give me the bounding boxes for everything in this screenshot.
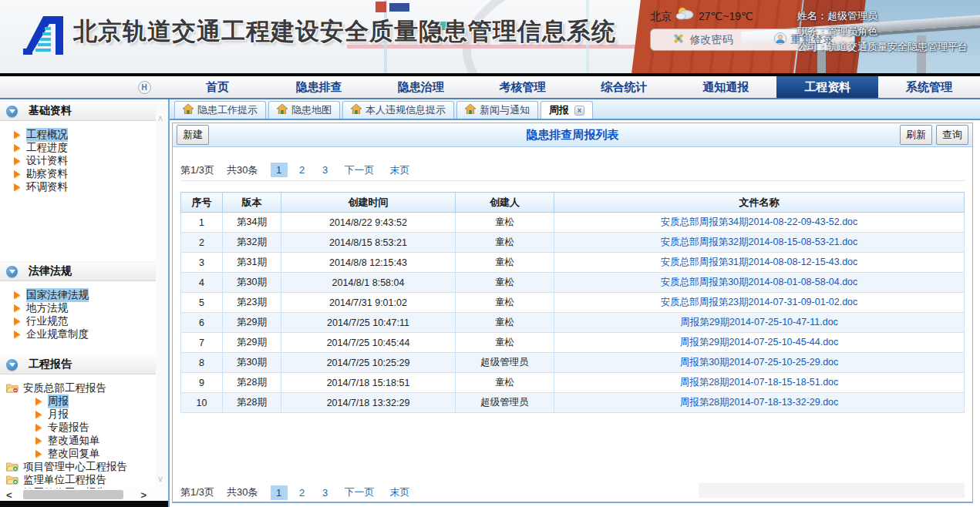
doc-link[interactable]: 周报第28期2014-07-18-13-32-29.doc (680, 397, 839, 408)
tab-3[interactable]: 本人违规信息提示 (342, 101, 454, 119)
new-button[interactable]: 新建 (177, 125, 209, 145)
nav-item-2[interactable]: 隐患排查 (268, 76, 370, 98)
sidebar-section-header[interactable]: 法律法规 (0, 261, 168, 281)
query-button[interactable]: 查询 (936, 125, 968, 145)
doc-link[interactable]: 安质总部周报第31期2014-08-08-12-15-43.doc (661, 257, 858, 267)
sidebar-section-title: 基础资料 (29, 104, 72, 118)
sidebar-item-label: 环调资料 (26, 180, 68, 194)
sidebar-item-label: 专题报告 (48, 421, 89, 435)
scroll-right-icon[interactable]: > (140, 489, 146, 501)
user-role: 管理员角色 (827, 25, 877, 37)
page-number-3[interactable]: 3 (317, 163, 334, 177)
sidebar-item[interactable]: 整改通知单 (35, 434, 168, 447)
close-icon[interactable]: × (574, 106, 584, 116)
page-number-2[interactable]: 2 (294, 485, 311, 500)
nav-spacer (0, 76, 122, 98)
column-header[interactable]: 创建人 (456, 193, 554, 213)
main-area: 基础资料工程概况工程进度设计资料勘察资料环调资料法律法规国家法律法规地方法规行业… (0, 99, 980, 507)
sidebar-section-header[interactable]: 基础资料 (0, 101, 168, 121)
page-info: 第1/3页 (180, 485, 214, 499)
doc-link[interactable]: 安质总部周报第23期2014-07-31-09-01-02.doc (661, 297, 858, 307)
sidebar-item[interactable]: 工程概况 (14, 128, 168, 141)
sidebar-item[interactable]: 专题报告 (35, 421, 168, 434)
page-number-1[interactable]: 1 (271, 485, 288, 500)
tab-5[interactable]: 周报× (541, 101, 593, 119)
refresh-button[interactable]: 刷新 (900, 125, 932, 145)
sidebar-item-label: 企业规章制度 (26, 327, 89, 341)
sidebar-item[interactable]: 工程进度 (14, 141, 168, 154)
nav-item-5[interactable]: 综合统计 (574, 76, 675, 98)
nav-item-1[interactable]: 首页 (167, 76, 268, 98)
sidebar-item[interactable]: 安质总部工程报告 (6, 381, 168, 395)
orange-arrow-icon (35, 411, 42, 418)
tab-1[interactable]: 隐患工作提示 (174, 101, 266, 119)
column-header[interactable]: 版本 (223, 193, 281, 213)
sidebar-vertical-scrollbar[interactable]: ∧ ∨ (156, 107, 168, 487)
page-number-2[interactable]: 2 (294, 163, 311, 177)
sidebar-item[interactable]: 企业规章制度 (14, 327, 168, 341)
content-area: 隐患工作提示隐患地图本人违规信息提示新闻与通知周报× 新建 隐患排查周报列表 刷… (168, 99, 980, 507)
app-title: 北京轨道交通工程建设安全质量隐患管理信息系统 (73, 15, 616, 48)
metro-sign-decoration (375, 2, 386, 12)
next-page-link[interactable]: 下一页 (340, 162, 379, 179)
grid-horizontal-scrollbar[interactable] (699, 483, 965, 498)
sidebar-section-header[interactable]: 工程报告 (0, 354, 168, 374)
sidebar-item[interactable]: 环调资料 (14, 180, 168, 193)
page-number-3[interactable]: 3 (317, 485, 334, 500)
sidebar-item[interactable]: 行业规范 (14, 314, 168, 327)
nav-item-8[interactable]: 系统管理 (878, 76, 980, 98)
sidebar-item[interactable]: 监理单位工程报告 (6, 473, 168, 486)
scrollbar-thumb[interactable] (23, 490, 123, 499)
change-password-button[interactable]: 修改密码 (667, 32, 738, 48)
last-page-link[interactable]: 末页 (386, 484, 415, 501)
doc-link[interactable]: 周报第30期2014-07-25-10-25-29.doc (680, 357, 839, 368)
scroll-left-icon[interactable]: < (6, 489, 12, 501)
user-info: 姓名：超级管理员 职务：管理员角色 公司：轨道交通质量安全隐患管理平台 (797, 8, 968, 55)
toolbar-right: 刷新 查询 (900, 125, 968, 145)
sidebar-item-label: 整改回复单 (48, 447, 100, 461)
sidebar-item-label: 安质总部工程报告 (23, 381, 106, 395)
sidebar-item[interactable]: 周报 (35, 395, 168, 408)
nav-item-3[interactable]: 隐患治理 (370, 76, 472, 98)
sidebar-item[interactable]: 设计资料 (14, 154, 168, 167)
scroll-up-icon[interactable]: ∧ (157, 113, 163, 123)
sidebar-item[interactable]: 整改回复单 (35, 447, 168, 460)
sidebar-horizontal-scrollbar[interactable]: < > (0, 489, 168, 501)
last-page-link[interactable]: 末页 (386, 162, 415, 179)
doc-link[interactable]: 周报第29期2014-07-25-10-47-11.doc (680, 317, 838, 327)
tab-4[interactable]: 新闻与通知 (456, 101, 538, 119)
table-row: 6第29期2014/7/25 10:47:11童松周报第29期2014-07-2… (181, 313, 965, 333)
sidebar-item[interactable]: 地方法规 (14, 301, 168, 314)
doc-link[interactable]: 安质总部周报第30期2014-08-01-08-58-04.doc (661, 277, 858, 287)
h-circle-icon: H (138, 81, 151, 94)
sidebar-section-items: 工程概况工程进度设计资料勘察资料环调资料 (0, 121, 168, 195)
table-header: 序号版本创建时间创建人文件名称 (181, 193, 965, 213)
next-page-link[interactable]: 下一页 (340, 484, 379, 501)
sidebar-section-title: 法律法规 (29, 264, 72, 278)
sidebar-item[interactable]: 项目管理中心工程报告 (6, 460, 168, 473)
doc-link[interactable]: 周报第28期2014-07-18-15-18-51.doc (680, 377, 839, 388)
column-header[interactable]: 序号 (181, 193, 223, 213)
page-number-1[interactable]: 1 (271, 163, 288, 177)
orange-arrow-icon (35, 398, 42, 405)
home-icon (277, 104, 288, 116)
column-header[interactable]: 文件名称 (554, 193, 965, 213)
scroll-down-icon[interactable]: ∨ (157, 474, 163, 484)
doc-link[interactable]: 安质总部周报第32期2014-08-15-08-53-21.doc (661, 237, 858, 247)
tools-icon (672, 32, 685, 47)
doc-link[interactable]: 周报第29期2014-07-25-10-45-44.doc (680, 337, 839, 348)
sidebar-item[interactable]: 勘察资料 (14, 167, 168, 180)
nav-home-shortcut[interactable]: H (122, 76, 167, 98)
folder-minus-icon (6, 383, 19, 393)
sidebar-item[interactable]: 月报 (35, 408, 168, 421)
nav-item-7[interactable]: 工程资料 (776, 76, 878, 98)
sidebar-item-label: 设计资料 (26, 154, 68, 168)
doc-link[interactable]: 安质总部周报第34期2014-08-22-09-43-52.doc (661, 217, 858, 227)
sidebar-item[interactable]: 国家法律法规 (14, 288, 168, 301)
orange-arrow-icon (35, 424, 42, 431)
nav-item-6[interactable]: 通知通报 (675, 76, 776, 98)
column-header[interactable]: 创建时间 (281, 193, 456, 213)
nav-item-4[interactable]: 考核管理 (472, 76, 574, 98)
tab-label: 隐患工作提示 (197, 103, 258, 117)
tab-2[interactable]: 隐患地图 (268, 101, 340, 119)
